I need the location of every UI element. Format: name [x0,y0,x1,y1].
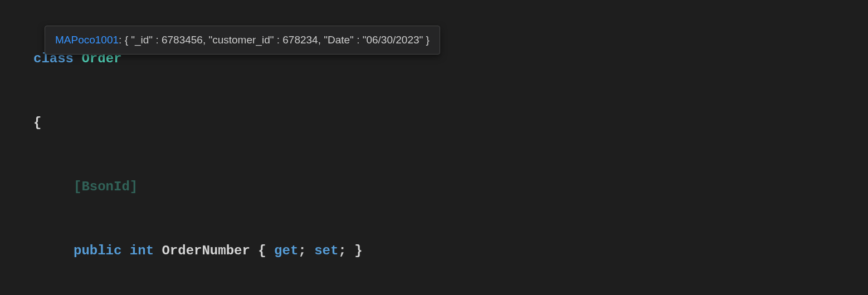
attribute-bracket: ] [130,179,138,194]
attribute-name: BsonId [81,179,129,194]
code-line: [BsonId] [33,176,868,198]
keyword-get: get [274,243,298,258]
punct: ; } [338,243,362,258]
keyword-int: int [130,243,154,258]
property-name: OrderNumber [162,243,250,258]
punct: { [250,243,274,258]
attribute-bracket: [ [74,179,81,194]
keyword-public: public [74,243,121,258]
keyword-set: set [314,243,338,258]
code-line: public int OrderNumber { get; set; } [33,240,868,262]
punct: ; [298,243,314,258]
code-line: { [33,112,868,134]
tooltip-data-text: : { "_id" : 6783456, "customer_id" : 678… [119,34,430,46]
brace-open: { [33,115,41,130]
hover-tooltip: MAPoco1001: { "_id" : 6783456, "customer… [45,26,440,55]
tooltip-code-label: MAPoco1001 [55,34,119,46]
